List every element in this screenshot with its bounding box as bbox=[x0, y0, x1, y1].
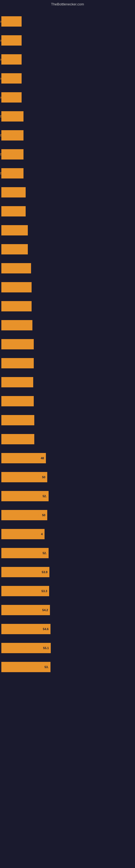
bar: Bottleneck result53.9 bbox=[1, 567, 49, 577]
bar-row: Bottleneck result bbox=[1, 299, 132, 313]
bar-row: Bottleneck result bbox=[1, 413, 132, 427]
bar-value-label: 4 bbox=[41, 532, 43, 536]
bar-container: Bottleneck result bbox=[1, 415, 34, 425]
row-spacer bbox=[1, 124, 132, 128]
bar-container: Bottleneck re bbox=[1, 54, 21, 65]
bar: Bottleneck result bbox=[1, 415, 34, 425]
row-spacer bbox=[1, 181, 132, 185]
bar-row-label: Bottleneck res bbox=[0, 115, 22, 118]
bar-row: Bottleneck result53. bbox=[1, 660, 132, 674]
bar-container: Bottleneck result48 bbox=[1, 453, 46, 463]
bar: Bottleneck result bbox=[1, 282, 32, 292]
bar: Bottleneck res bbox=[1, 187, 26, 197]
row-spacer bbox=[1, 86, 132, 90]
bar: Bottleneck re bbox=[1, 92, 21, 102]
bar: Bottleneck result bbox=[1, 396, 34, 406]
bar-container: Bottleneck res bbox=[1, 168, 24, 179]
bar-row: Bottleneck res bbox=[1, 128, 132, 143]
bar-value-label: 52. bbox=[43, 495, 48, 498]
row-spacer bbox=[1, 257, 132, 261]
bar: Bottleneck result bbox=[1, 320, 32, 330]
bar-row: Bottleneck res bbox=[1, 147, 132, 161]
row-spacer bbox=[1, 48, 132, 52]
bar-row: Bottleneck result54.2 bbox=[1, 603, 132, 617]
bar-container: Bottleneck result54.2 bbox=[1, 605, 50, 615]
bar-container: Bottleneck result53.9 bbox=[1, 567, 49, 577]
row-spacer bbox=[1, 542, 132, 546]
bar-row: Bottleneck result bbox=[1, 280, 132, 294]
bar-row-label: Bottleneck result bbox=[19, 476, 42, 479]
bar-container: Bottleneck result50 bbox=[1, 472, 47, 482]
bar: Bottleneck result48 bbox=[1, 453, 46, 463]
bar-row-label: Bottleneck res bbox=[0, 134, 22, 137]
bar: Bottleneck result bbox=[1, 263, 31, 273]
row-spacer bbox=[1, 618, 132, 622]
bar-container: Bottleneck res bbox=[1, 111, 24, 122]
bar-row: Bottleneck result50 bbox=[1, 508, 132, 522]
bar-container: Bottleneck re bbox=[1, 92, 21, 102]
bar-row-label: Bottleneck res bbox=[0, 172, 22, 175]
bar-row: Bottleneck result53.9 bbox=[1, 565, 132, 579]
bar: Bottleneck re bbox=[1, 16, 21, 27]
row-spacer bbox=[1, 371, 132, 375]
bar-row-label: Bottleneck result bbox=[10, 400, 33, 403]
row-spacer bbox=[1, 276, 132, 280]
bar-row-label: Bottleneck re bbox=[0, 77, 20, 80]
row-spacer bbox=[1, 561, 132, 565]
bar-row: Bottleneck res bbox=[1, 109, 132, 123]
bar: Bottleneck result50 bbox=[1, 510, 47, 520]
bar: Bottleneck res bbox=[1, 149, 24, 159]
bar-row: Bottleneck re bbox=[1, 33, 132, 48]
bar: Bottleneck res bbox=[1, 168, 24, 179]
row-spacer bbox=[1, 105, 132, 109]
bar: Bottleneck res bbox=[1, 206, 26, 216]
bar-container: Bottleneck result bbox=[1, 358, 34, 368]
bar-row-label: Bottleneck result bbox=[9, 381, 32, 384]
bar: Bottleneck result54.2 bbox=[1, 605, 50, 615]
row-spacer bbox=[1, 314, 132, 318]
row-spacer bbox=[1, 523, 132, 527]
row-spacer bbox=[1, 162, 132, 166]
bar-row-label: Bottleneck res bbox=[0, 153, 22, 156]
bar: Bottleneck res bbox=[1, 111, 24, 122]
bar-row: Bottleneck result48 bbox=[1, 451, 132, 465]
bar-container: Bottleneck result54.6 bbox=[1, 624, 50, 634]
bar-row-label: Bottleneck result bbox=[10, 362, 33, 365]
bar-container: Bottleneck result bbox=[1, 434, 34, 444]
row-spacer bbox=[1, 352, 132, 356]
bar-container: Bottleneck result52. bbox=[1, 491, 49, 501]
bar-row: Bottleneck re bbox=[1, 71, 132, 86]
bar-value-label: 54.2 bbox=[42, 609, 49, 612]
bar-row-label: Bottleneck result bbox=[19, 514, 42, 517]
bar: Bottleneck resu bbox=[1, 244, 28, 254]
bar-row: Bottleneck result bbox=[1, 337, 132, 351]
bar: Bottleneck result53. bbox=[1, 662, 50, 672]
page-header: TheBottlenecker.com bbox=[0, 0, 135, 7]
row-spacer bbox=[1, 219, 132, 223]
bar-row: Bottleneck result bbox=[1, 432, 132, 446]
row-spacer bbox=[1, 295, 132, 299]
row-spacer bbox=[1, 409, 132, 413]
bar: Bottleneck result54.6 bbox=[1, 624, 50, 634]
bar-row: Bottleneck resu bbox=[1, 242, 132, 256]
bar-container: Bottleneck result bbox=[1, 282, 32, 292]
bar-row-label: Bottleneck res bbox=[2, 210, 25, 213]
bar-row-label: Bottleneck resu bbox=[4, 248, 27, 251]
row-spacer bbox=[1, 599, 132, 603]
bar-container: Bottleneck result bbox=[1, 320, 32, 330]
bar: Bottleneck result55.1 bbox=[1, 643, 51, 653]
bar-row: Bottleneck result bbox=[1, 375, 132, 389]
bar-row: Bottleneck result bbox=[1, 318, 132, 332]
bar-row: Bottleneck re bbox=[1, 52, 132, 66]
row-spacer bbox=[1, 637, 132, 641]
bar-container: Bottleneck result50 bbox=[1, 510, 47, 520]
bar-row-label: Bottleneck result bbox=[10, 419, 33, 422]
row-spacer bbox=[1, 143, 132, 147]
bar-row: Bottleneck result bbox=[1, 261, 132, 275]
bar: Bottleneck result bbox=[1, 377, 33, 388]
bar: Bottleneck result50 bbox=[1, 472, 47, 482]
bar-container: Bottleneck resu bbox=[1, 244, 28, 254]
bar-row-label: Bottleneck result bbox=[10, 343, 33, 346]
bar-container: Bottleneck re bbox=[1, 35, 21, 45]
bar: Bottleneck result bbox=[1, 434, 34, 444]
